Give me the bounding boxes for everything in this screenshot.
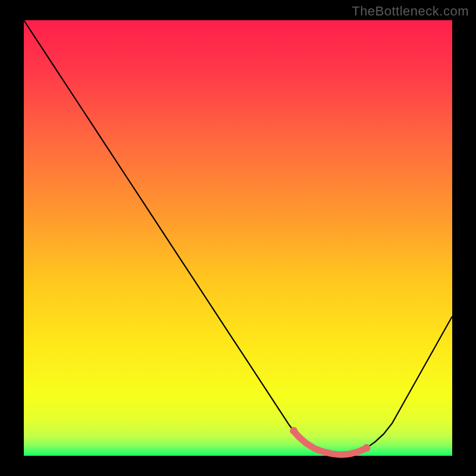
gradient-background <box>24 20 452 456</box>
optimal-start-marker <box>290 427 298 434</box>
optimal-end-marker <box>363 444 371 452</box>
chart-frame: TheBottleneck.com <box>0 0 476 476</box>
bottleneck-chart <box>0 0 476 476</box>
